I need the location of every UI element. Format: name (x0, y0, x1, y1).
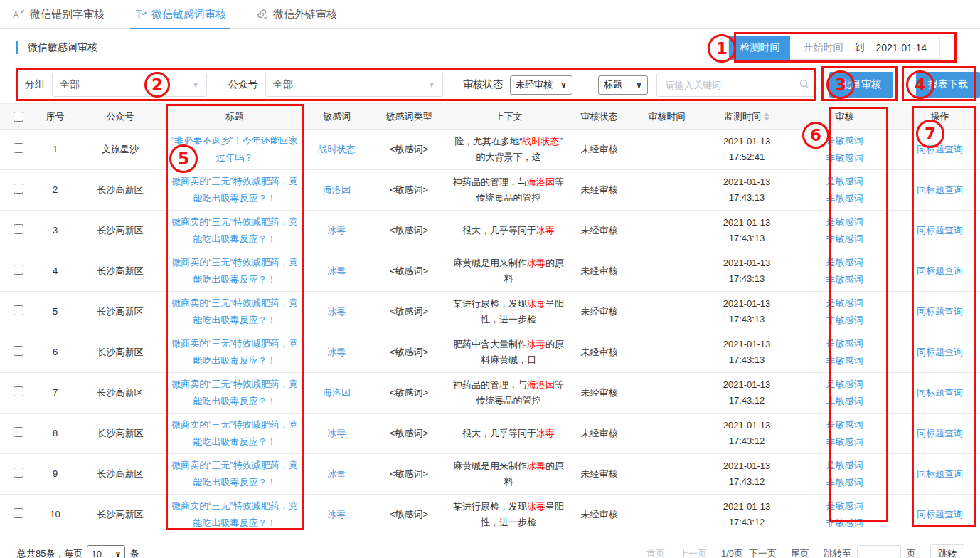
row-checkbox[interactable] (14, 508, 23, 518)
not-sensitive-link[interactable]: 非敏感词 (794, 393, 895, 410)
same-title-query-link[interactable]: 同标题查询 (917, 509, 963, 520)
row-title-cell: 微商卖的“三无”特效减肥药，竟能吃出吸毒反应？！ (166, 211, 304, 251)
row-checkbox[interactable] (14, 468, 23, 478)
is-sensitive-link[interactable]: 是敏感词 (794, 132, 895, 149)
article-title-link[interactable]: “非必要不返乡”！今年还能回家过年吗？ (170, 132, 299, 167)
detect-time-button[interactable]: 检测时间 (729, 36, 790, 60)
is-sensitive-link[interactable]: 是敏感词 (794, 498, 895, 515)
not-sensitive-link[interactable]: 非敏感词 (794, 515, 895, 532)
is-sensitive-link[interactable]: 是敏感词 (794, 457, 895, 474)
is-sensitive-link[interactable]: 是敏感词 (794, 173, 895, 190)
row-checkbox[interactable] (14, 386, 23, 396)
not-sensitive-link[interactable]: 非敏感词 (794, 149, 895, 167)
highlighted-word: 冰毒 (527, 258, 545, 268)
same-title-query-link[interactable]: 同标题查询 (917, 184, 963, 195)
keyword-search-input[interactable] (664, 79, 799, 91)
row-checkbox[interactable] (14, 305, 23, 315)
section-header: 微信敏感词审核 检测时间 开始时间 到 2021-01-14 (0, 29, 980, 66)
row-title-cell: 微商卖的“三无”特效减肥药，竟能吃出吸毒反应？！ (166, 292, 304, 332)
first-page-link[interactable]: 首页 (646, 547, 665, 558)
not-sensitive-link[interactable]: 非敏感词 (794, 474, 895, 491)
jump-button[interactable]: 跳转 (930, 544, 964, 558)
same-title-query-link[interactable]: 同标题查询 (917, 306, 963, 317)
row-index: 9 (36, 454, 75, 495)
select-all-checkbox[interactable] (14, 112, 23, 122)
same-title-query-link[interactable]: 同标题查询 (917, 387, 963, 398)
tab-typo-review[interactable]: A 微信错别字审核 (13, 0, 105, 28)
row-checkbox[interactable] (14, 143, 23, 153)
col-header-account: 公众号 (75, 104, 166, 130)
is-sensitive-link[interactable]: 是敏感词 (794, 254, 895, 271)
sensitive-word-type: <敏感词> (370, 292, 448, 332)
article-title-link[interactable]: 微商卖的“三无”特效减肥药，竟能吃出吸毒反应？！ (170, 498, 299, 532)
search-field-select[interactable]: 标题 ∨ (598, 75, 648, 95)
row-select-cell (0, 332, 36, 373)
not-sensitive-link[interactable]: 非敏感词 (794, 352, 895, 369)
article-title-link[interactable]: 微商卖的“三无”特效减肥药，竟能吃出吸毒反应？！ (170, 335, 299, 369)
filter-toolbar: 分组 全部 ▼ 公众号 全部 ▼ 审核状态 未经审核 ∨ 标题 ∨ 批量审核 报… (0, 66, 980, 103)
is-sensitive-link[interactable]: 是敏感词 (794, 376, 895, 393)
report-download-button[interactable]: 报表下载 (916, 72, 980, 98)
batch-review-button[interactable]: 批量审核 (829, 72, 893, 98)
tab-sensitive-word-review[interactable]: 微信敏感词审核 (134, 0, 226, 28)
last-page-link[interactable]: 尾页 (791, 547, 809, 558)
monitor-time: 2021-01-1317:52:41 (704, 130, 789, 170)
not-sensitive-link[interactable]: 非敏感词 (794, 231, 895, 248)
article-title-link[interactable]: 微商卖的“三无”特效减肥药，竟能吃出吸毒反应？！ (170, 416, 299, 451)
article-title-link[interactable]: 微商卖的“三无”特效减肥药，竟能吃出吸毒反应？！ (170, 173, 299, 207)
same-title-query-link[interactable]: 同标题查询 (917, 347, 963, 357)
group-select[interactable]: 全部 ▼ (52, 73, 207, 97)
sensitive-word-cell: 冰毒 (304, 211, 370, 251)
context-pre: 险，尤其在多地“ (454, 136, 522, 147)
article-title-link[interactable]: 微商卖的“三无”特效减肥药，竟能吃出吸毒反应？！ (170, 457, 299, 491)
page-size-select[interactable]: 10 ∨ (87, 545, 125, 558)
row-checkbox[interactable] (14, 427, 23, 437)
same-title-query-link[interactable]: 同标题查询 (917, 144, 963, 154)
review-status: 未经审核 (569, 292, 629, 332)
jump-page-input[interactable] (857, 545, 901, 558)
row-select-cell (0, 373, 36, 414)
review-status: 未经审核 (569, 332, 629, 373)
row-checkbox[interactable] (14, 346, 23, 356)
is-sensitive-link[interactable]: 是敏感词 (794, 335, 895, 352)
not-sensitive-link[interactable]: 非敏感词 (794, 190, 895, 207)
row-checkbox[interactable] (14, 184, 23, 194)
context-pre: 麻黄碱是用来制作 (453, 460, 527, 471)
is-sensitive-link[interactable]: 是敏感词 (794, 416, 895, 433)
same-title-query-link[interactable]: 同标题查询 (917, 468, 963, 479)
is-sensitive-link[interactable]: 是敏感词 (794, 295, 895, 312)
row-checkbox[interactable] (14, 224, 23, 234)
is-sensitive-link[interactable]: 是敏感词 (794, 214, 895, 231)
same-title-query-link[interactable]: 同标题查询 (917, 265, 963, 276)
not-sensitive-link[interactable]: 非敏感词 (794, 312, 895, 329)
review-cell: 是敏感词非敏感词 (789, 454, 900, 495)
col-header-action: 操作 (900, 104, 980, 130)
prev-page-link[interactable]: 上一页 (679, 547, 707, 558)
account-select[interactable]: 全部 ▼ (265, 73, 443, 97)
status-select[interactable]: 未经审核 ∨ (510, 75, 572, 95)
row-select-cell (0, 251, 36, 292)
row-checkbox[interactable] (14, 265, 23, 275)
col-header-monitor-time: 监测时间 (704, 104, 789, 130)
article-title-link[interactable]: 微商卖的“三无”特效减肥药，竟能吃出吸毒反应？！ (170, 376, 299, 410)
same-title-query-link[interactable]: 同标题查询 (917, 225, 963, 236)
sort-icon[interactable] (764, 112, 769, 121)
not-sensitive-link[interactable]: 非敏感词 (794, 271, 895, 288)
next-page-link[interactable]: 下一页 (749, 547, 777, 558)
highlighted-word: 海洛因 (527, 177, 555, 187)
row-index: 3 (36, 211, 75, 251)
tab-external-link-review[interactable]: 微信外链审核 (256, 0, 337, 28)
article-title-link[interactable]: 微商卖的“三无”特效减肥药，竟能吃出吸毒反应？！ (170, 214, 299, 248)
search-icon[interactable] (799, 78, 810, 92)
date-range-picker[interactable]: 开始时间 到 2021-01-14 (790, 41, 939, 54)
article-title-link[interactable]: 微商卖的“三无”特效减肥药，竟能吃出吸毒反应？！ (170, 254, 299, 288)
context-pre: 麻黄碱是用来制作 (453, 258, 527, 268)
row-select-cell (0, 292, 36, 332)
not-sensitive-link[interactable]: 非敏感词 (794, 433, 895, 451)
article-title-link[interactable]: 微商卖的“三无”特效减肥药，竟能吃出吸毒反应？！ (170, 295, 299, 329)
end-date-value[interactable]: 2021-01-14 (875, 42, 927, 53)
same-title-query-link[interactable]: 同标题查询 (917, 428, 963, 438)
row-account: 长沙高新区 (75, 170, 166, 211)
start-date-placeholder[interactable]: 开始时间 (803, 41, 843, 54)
chevron-down-icon: ∨ (115, 549, 122, 558)
